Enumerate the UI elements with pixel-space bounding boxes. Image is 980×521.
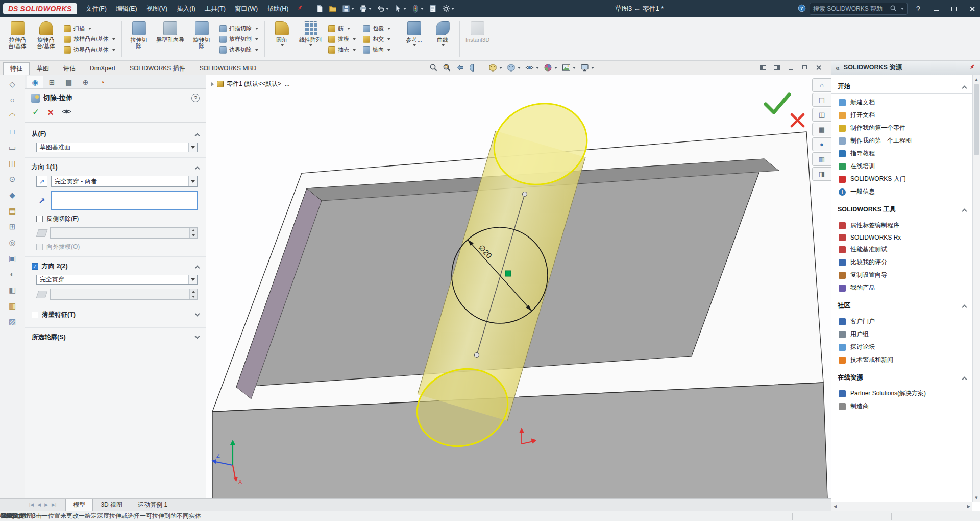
rebuild-button[interactable] [409, 2, 426, 15]
select-button[interactable] [391, 2, 409, 15]
task-pane-item[interactable]: 新建文档 [831, 96, 972, 109]
tab-5[interactable]: SOLIDWORKS 插件 [122, 62, 192, 75]
maximize-button[interactable] [947, 0, 961, 17]
model-tabs-next-button[interactable]: ▶ [43, 502, 49, 507]
combobox-dropdown-button[interactable] [188, 275, 197, 284]
view-settings-button[interactable] [579, 62, 596, 73]
task-pane-item[interactable]: 制作我的第一个零件 [831, 122, 972, 134]
task-pane-item[interactable]: 指导教程 [831, 147, 972, 160]
thin-feature-checkbox[interactable] [32, 312, 38, 318]
linear-pattern-button[interactable]: 线性阵列 [296, 19, 325, 59]
revolved-boss-button[interactable]: 旋转凸台/基体 [32, 19, 60, 59]
horizontal-scrollbar[interactable]: ◀ ▶ [831, 502, 972, 511]
direction1-reference-box[interactable] [51, 191, 198, 210]
forum-tab[interactable]: ◨ [812, 167, 831, 181]
fillet-button[interactable]: 圆角 [267, 19, 296, 59]
dimensions-tab[interactable]: ⊕ [77, 76, 94, 88]
collapse-pane-icon[interactable]: « [836, 64, 840, 72]
intersect-button[interactable]: 相交 [362, 35, 391, 43]
zoom-area-button[interactable] [441, 62, 453, 73]
close-icon[interactable] [814, 63, 822, 72]
reverse-direction-button[interactable]: ↗ [36, 176, 47, 187]
custom-properties-tab[interactable]: ▥ [812, 152, 831, 166]
section-header-3[interactable]: 社区 [831, 298, 972, 313]
file-explorer-tab[interactable]: ◫ [812, 108, 831, 122]
draft-angle2-input[interactable] [50, 289, 198, 300]
combobox-dropdown-button[interactable] [188, 143, 197, 152]
menu-item-4[interactable]: 插入(I) [172, 0, 200, 17]
checkbox-icon[interactable] [36, 244, 43, 250]
customize-caret-icon[interactable]: ▾ [0, 511, 3, 521]
preview-button[interactable] [62, 108, 71, 116]
extruded-boss-button[interactable]: 拉伸凸台/基体 [3, 19, 32, 59]
tab-3[interactable]: 评估 [56, 62, 83, 75]
task-pane-item[interactable]: 制作我的第一个工程图 [831, 134, 972, 147]
model-tabs-last-button[interactable]: ▶| [51, 502, 57, 507]
left-toolbar-tool-1-icon[interactable]: ◇ [7, 78, 18, 90]
lofted-cut-button[interactable]: 放样切割 [218, 35, 259, 43]
shell-button[interactable]: 抽壳 [327, 45, 357, 54]
model-tabs-first-button[interactable]: |◀ [28, 502, 35, 507]
minimize-button[interactable] [929, 0, 943, 17]
scroll-up-icon[interactable]: ▲ [973, 75, 980, 83]
left-toolbar-tool-8-icon[interactable]: ◆ [7, 189, 18, 201]
new-document-button[interactable] [313, 2, 326, 15]
left-toolbar-tool-5-icon[interactable]: ▭ [7, 141, 18, 153]
group-direction1-header[interactable]: 方向 1(1) [25, 160, 206, 175]
reference-geometry-button[interactable]: 参考... [400, 19, 428, 59]
model-tab-2[interactable]: 3D 视图 [93, 499, 130, 511]
section-header-1[interactable]: 开始 [831, 79, 972, 94]
from-combobox[interactable]: 草图基准面 [36, 143, 198, 152]
menu-item-7[interactable]: 帮助(H) [262, 0, 293, 17]
page-tab[interactable]: ▤ [60, 76, 77, 88]
task-pane-item[interactable]: 比较我的评分 [831, 256, 972, 269]
task-pane-item[interactable]: i一般信息 [831, 185, 972, 198]
instant3d-button[interactable]: Instant3D [462, 19, 493, 59]
task-pane-item[interactable]: 探讨论坛 [831, 341, 972, 353]
task-pane-item[interactable]: 在线培训 [831, 160, 972, 173]
checkbox-icon[interactable] [36, 216, 43, 222]
group-from-header[interactable]: 从(F) [25, 127, 206, 141]
section-header-4[interactable]: 在线资源 [831, 370, 972, 385]
search-caret-icon[interactable] [901, 8, 904, 10]
hide-show-items-button[interactable] [524, 62, 541, 73]
left-toolbar-tool-14-icon[interactable]: ◧ [7, 284, 18, 296]
help-icon[interactable]: ? [191, 94, 200, 102]
graphics-viewport[interactable]: ∅20 Z X 零件1 (默认<<默认>_... [206, 75, 831, 498]
swept-boss-button[interactable]: 扫描 [63, 24, 116, 33]
left-toolbar-tool-11-icon[interactable]: ◎ [7, 236, 18, 248]
scrollbar-thumb[interactable] [974, 84, 979, 155]
wrap-button[interactable]: 包覆 [362, 24, 391, 33]
revolved-cut-button[interactable]: 旋转切除 [187, 19, 216, 59]
open-document-button[interactable] [326, 2, 339, 15]
spinner[interactable] [189, 289, 197, 299]
group-thin-feature-header[interactable]: 薄壁特征(T) [25, 307, 206, 322]
print-button[interactable] [357, 2, 374, 15]
flip-side-to-cut-checkbox[interactable]: 反侧切除(F) [36, 215, 198, 223]
left-toolbar-tool-2-icon[interactable]: ○ [7, 94, 18, 106]
configurations-tab[interactable]: ◔ [94, 76, 111, 88]
spin-up-icon[interactable] [192, 291, 195, 293]
cancel-button[interactable]: × [47, 109, 54, 116]
mirror-button[interactable]: 镜向 [362, 45, 391, 54]
pushpin-icon[interactable] [296, 4, 304, 12]
draft-button[interactable]: 拔模 [327, 35, 357, 43]
hole-wizard-button[interactable]: 异型孔向导 [153, 19, 187, 59]
section-header-2[interactable]: SOLIDWORKS 工具 [831, 202, 972, 217]
view-palette-tab[interactable]: ▦ [812, 123, 831, 136]
task-pane-item[interactable]: SOLIDWORKS Rx [831, 232, 972, 243]
model-tab-1[interactable]: 模型 [65, 499, 93, 511]
zoom-fit-button[interactable] [428, 62, 439, 73]
curves-button[interactable]: 曲线 [428, 19, 457, 59]
spin-down-icon[interactable] [192, 234, 195, 236]
confirm-cancel-button[interactable] [792, 114, 803, 126]
group-selected-contours-header[interactable]: 所选轮廓(S) [25, 330, 206, 345]
left-toolbar-tool-12-icon[interactable]: ▣ [7, 252, 18, 264]
left-toolbar-tool-7-icon[interactable]: ⊙ [7, 173, 18, 185]
help-sphere-icon[interactable]: ? [798, 4, 806, 12]
pane-right-icon[interactable] [773, 63, 781, 72]
ok-button[interactable]: ✓ [32, 107, 39, 117]
menu-item-3[interactable]: 视图(V) [142, 0, 173, 17]
model-tabs-prev-button[interactable]: ◀ [36, 502, 42, 507]
design-library-tab[interactable]: ▤ [812, 93, 831, 107]
